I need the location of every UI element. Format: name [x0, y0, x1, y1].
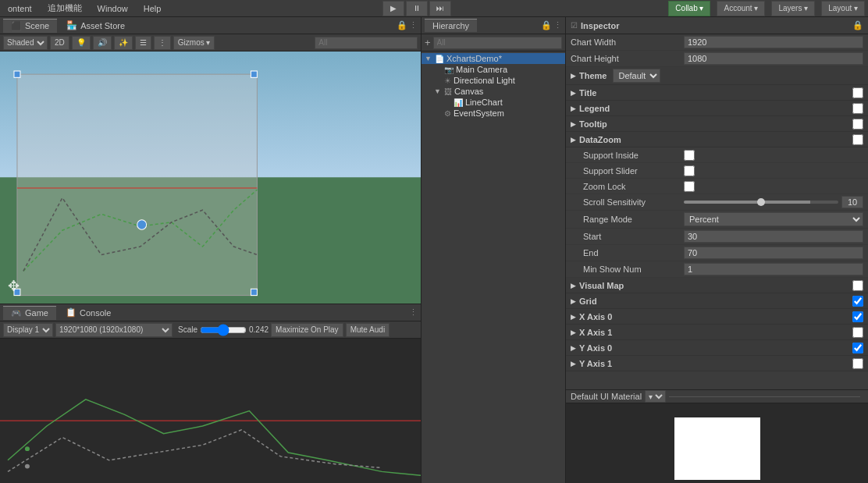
support-slider-checkbox[interactable] — [684, 165, 695, 176]
pause-button[interactable]: ⏸ — [406, 1, 428, 16]
foldout-title[interactable]: ▶ Title — [566, 85, 868, 101]
tab-hierarchy[interactable]: Hierarchy — [425, 19, 477, 32]
play-button[interactable]: ▶ — [382, 1, 404, 16]
foldout-yaxis0[interactable]: ▶ Y Axis 0 — [566, 340, 868, 356]
xaxis0-checkbox[interactable] — [852, 311, 863, 322]
hierarchy-lock-icon[interactable]: 🔒 — [541, 20, 552, 30]
game-view[interactable] — [0, 339, 421, 483]
tree-item-xchartsdemo[interactable]: ▼ 📄 XchartsDemo* — [422, 53, 565, 64]
hierarchy-panel: Hierarchy 🔒 ⋮ + ▼ 📄 XchartsDemo* 📷 Main … — [422, 17, 566, 483]
inspector-header: ☑ Inspector 🔒 — [566, 17, 868, 34]
svg-rect-2 — [17, 74, 257, 295]
game-tab-bar: 🎮 Game 📋 Console ⋮ — [0, 304, 421, 321]
material-dropdown[interactable]: ▾ — [645, 390, 666, 403]
title-arrow: ▶ — [571, 89, 576, 97]
foldout-datazoom[interactable]: ▶ DataZoom — [566, 132, 868, 147]
chart-icon: 📊 — [454, 98, 463, 107]
shading-select[interactable]: Shaded — [3, 36, 48, 50]
tab-asset-store[interactable]: 🏪 Asset Store — [59, 19, 133, 32]
scene-more-btn[interactable]: ⋮ — [154, 36, 171, 50]
tooltip-checkbox[interactable] — [852, 119, 863, 130]
2d-button[interactable]: 2D — [50, 36, 69, 50]
gizmos-btn[interactable]: Gizmos ▾ — [173, 36, 215, 50]
tree-item-dirlight[interactable]: ☀ Directional Light — [431, 75, 565, 86]
scale-slider[interactable] — [200, 325, 247, 336]
foldout-theme[interactable]: ▶ Theme Default — [566, 67, 868, 85]
zoom-lock-checkbox[interactable] — [684, 181, 695, 192]
account-button[interactable]: Account ▾ — [717, 1, 765, 16]
tree-item-eventsystem[interactable]: ⚙ EventSystem — [431, 108, 565, 119]
audio-button[interactable]: 🔊 — [93, 36, 112, 50]
foldout-xaxis1[interactable]: ▶ X Axis 1 — [566, 325, 868, 340]
scene-view[interactable]: ✥ — [0, 51, 421, 304]
tree-item-linechart[interactable]: 📊 LineChart — [440, 97, 565, 108]
svg-point-12 — [25, 446, 30, 451]
game-more-icon[interactable]: ⋮ — [409, 307, 418, 318]
tab-scene[interactable]: ⬛ Scene — [3, 19, 57, 33]
display-select[interactable]: Display 1 — [3, 323, 53, 337]
xaxis1-arrow: ▶ — [571, 329, 576, 336]
main-content: ⬛ Scene 🏪 Asset Store 🔒 ⋮ Shaded 2D 💡 — [0, 17, 868, 483]
scene-lock-icon[interactable]: 🔒 — [397, 20, 407, 30]
fx-button[interactable]: ✨ — [114, 36, 133, 50]
step-button[interactable]: ⏭ — [429, 1, 451, 16]
grid-checkbox[interactable] — [852, 296, 863, 307]
label-support-inside: Support Inside — [571, 151, 684, 160]
foldout-grid[interactable]: ▶ Grid — [566, 293, 868, 309]
tooltip-arrow: ▶ — [571, 120, 576, 128]
tree-item-maincamera[interactable]: 📷 Main Camera — [431, 64, 565, 75]
theme-label: Theme — [579, 71, 607, 80]
support-inside-checkbox[interactable] — [684, 150, 695, 161]
theme-select[interactable]: Default — [613, 69, 660, 83]
xaxis1-checkbox[interactable] — [852, 327, 863, 338]
datazoom-arrow: ▶ — [571, 136, 576, 144]
yaxis1-checkbox[interactable] — [852, 358, 863, 369]
input-min-show-num[interactable] — [684, 263, 863, 275]
scene-layers-btn[interactable]: ☰ — [135, 36, 151, 50]
collab-button[interactable]: Collab ▾ — [668, 1, 710, 16]
tab-game[interactable]: 🎮 Game — [3, 306, 56, 320]
row-support-slider: Support Slider — [566, 163, 868, 179]
datazoom-checkbox[interactable] — [852, 134, 863, 145]
mute-btn[interactable]: Mute Audi — [346, 323, 390, 337]
hierarchy-add-btn[interactable]: + — [425, 37, 431, 48]
hierarchy-more-icon[interactable]: ⋮ — [553, 20, 562, 30]
lights-button[interactable]: 💡 — [72, 36, 91, 50]
menu-window[interactable]: Window — [93, 2, 133, 15]
tree-label-eventsystem: EventSystem — [454, 108, 504, 118]
hierarchy-options: 🔒 ⋮ — [541, 20, 562, 30]
maximize-btn[interactable]: Maximize On Play — [271, 323, 343, 337]
menu-ontent[interactable]: ontent — [3, 2, 37, 15]
tab-console[interactable]: 📋 Console — [58, 306, 119, 319]
resolution-select[interactable]: 1920*1080 (1920x1080) — [55, 323, 173, 337]
row-start: Start — [566, 229, 868, 245]
input-end[interactable] — [684, 247, 863, 259]
layout-button[interactable]: Layout ▾ — [821, 1, 865, 16]
canvas-icon: 🖼 — [444, 87, 452, 96]
tree-item-canvas[interactable]: ▼ 🖼 Canvas — [431, 86, 565, 97]
scene-chart-svg: ✥ — [0, 51, 421, 304]
input-chart-height[interactable] — [684, 52, 863, 65]
legend-checkbox[interactable] — [852, 103, 863, 114]
hierarchy-search-input[interactable] — [433, 37, 562, 49]
layers-button[interactable]: Layers ▾ — [771, 1, 815, 16]
menu-help[interactable]: Help — [139, 2, 166, 15]
foldout-legend[interactable]: ▶ Legend — [566, 101, 868, 116]
title-checkbox[interactable] — [852, 87, 863, 98]
foldout-xaxis0[interactable]: ▶ X Axis 0 — [566, 309, 868, 325]
input-start[interactable] — [684, 230, 863, 243]
visualmap-checkbox[interactable] — [852, 280, 863, 291]
input-chart-width[interactable] — [684, 36, 863, 48]
scroll-sensitivity-slider[interactable] — [684, 201, 838, 204]
scene-search-input[interactable] — [315, 37, 418, 49]
inspector-checkbox-icon[interactable]: ☑ — [571, 21, 578, 30]
foldout-yaxis1[interactable]: ▶ Y Axis 1 — [566, 356, 868, 371]
menu-extra[interactable]: 追加機能 — [43, 1, 87, 16]
range-mode-select[interactable]: Percent — [684, 212, 863, 226]
foldout-tooltip[interactable]: ▶ Tooltip — [566, 116, 868, 132]
yaxis0-checkbox[interactable] — [852, 343, 863, 353]
inspector-lock-icon[interactable]: 🔒 — [852, 20, 863, 30]
scroll-sensitivity-value[interactable] — [841, 196, 863, 208]
foldout-visual-map[interactable]: ▶ Visual Map — [566, 278, 868, 293]
scene-more-icon[interactable]: ⋮ — [409, 20, 418, 30]
